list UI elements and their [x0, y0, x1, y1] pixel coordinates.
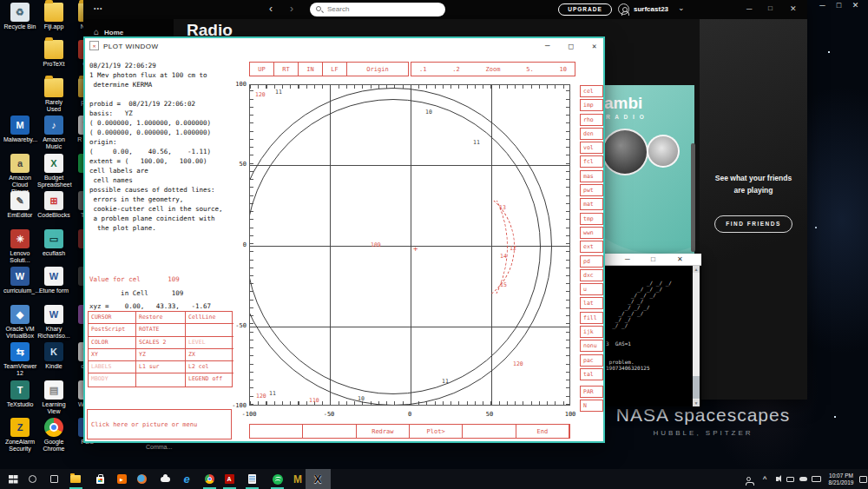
quantity-button[interactable]: mas	[580, 170, 603, 182]
plot-window-titlebar[interactable]: ✕ PLOT WINDOW ─ □ ✕	[85, 38, 603, 54]
scrollbar[interactable]	[691, 143, 695, 252]
quantity-button[interactable]: tmp	[580, 213, 603, 225]
desktop-icon[interactable]: ✳ Lenovo Soluti...	[3, 229, 36, 264]
click-hint-box[interactable]: Click here or picture or menu	[87, 409, 232, 439]
desktop-icon[interactable]: ⊞ CodeBlocks	[37, 191, 70, 219]
cloud-app-button[interactable]	[155, 469, 175, 489]
zoom-button[interactable]: 5.	[526, 66, 533, 73]
quantity-button[interactable]: den	[580, 128, 603, 140]
desktop-icon[interactable]: ▭ ecuflash	[37, 229, 70, 257]
desktop-icon[interactable]: W Khary Richardso...	[37, 305, 70, 340]
plot-command-button[interactable]	[136, 373, 186, 386]
scroll-up-icon[interactable]: ▲	[693, 266, 700, 273]
plot-command-button[interactable]: MBODY	[89, 373, 136, 386]
edge-button[interactable]: e	[176, 469, 197, 489]
par-button[interactable]: PAR	[580, 386, 603, 398]
close-icon[interactable]: ✕	[677, 255, 683, 263]
desktop-icon[interactable]: Rarely Used	[37, 78, 70, 113]
zoom-button[interactable]: Zoom	[486, 66, 501, 73]
minimize-icon[interactable]: ─	[814, 1, 831, 10]
desktop-icon[interactable]: ♻ Recycle Bin	[3, 3, 36, 30]
plot-command-button[interactable]: LABELS	[89, 361, 136, 373]
start-button[interactable]	[3, 469, 23, 489]
desktop-icon[interactable]: ✎ EmEditor	[3, 191, 36, 219]
x11-button[interactable]: X	[307, 469, 328, 489]
desktop-icon[interactable]: K Kindle	[37, 342, 70, 370]
desktop-icon[interactable]: M Malwareby...	[3, 116, 36, 143]
network-button[interactable]	[784, 469, 796, 489]
search-pill[interactable]	[310, 3, 445, 17]
store-button[interactable]	[89, 469, 110, 489]
pan-button[interactable]: Origin	[347, 63, 408, 76]
quantity-button[interactable]: ijk	[580, 326, 603, 338]
desktop-icon[interactable]: W Etune form	[37, 267, 70, 294]
quantity-button[interactable]: pwt	[580, 184, 603, 196]
quantity-button[interactable]: wwn	[580, 227, 603, 239]
plot-command-button[interactable]: COLOR	[89, 337, 136, 349]
plot-command-button[interactable]: XY	[89, 349, 136, 361]
scrollbar[interactable]: ▲ ▼	[693, 266, 700, 406]
desktop-icon[interactable]: T TeXstudio	[3, 380, 36, 408]
plot-command-button[interactable]: SCALES 2	[136, 337, 186, 349]
quantity-button[interactable]: ext	[580, 241, 603, 253]
pan-button[interactable]: RT	[274, 63, 299, 76]
quantity-button[interactable]: mat	[580, 198, 603, 210]
footer-button[interactable]	[250, 425, 303, 438]
media-app-button[interactable]: ▶	[111, 469, 132, 489]
minimize-icon[interactable]: ─	[746, 4, 752, 13]
plot-command-button[interactable]: LEGEND off	[186, 373, 233, 386]
pan-button[interactable]: IN	[299, 63, 323, 76]
miktex-button[interactable]: M	[287, 469, 308, 489]
plot-command-button[interactable]: L1 sur	[136, 361, 186, 373]
onedrive-button[interactable]	[797, 469, 809, 489]
touch-keyboard-button[interactable]	[810, 469, 823, 489]
maximize-icon[interactable]: □	[831, 1, 847, 10]
footer-button[interactable]: Plot>	[410, 425, 463, 438]
quantity-button[interactable]: tal	[580, 368, 603, 380]
sidebar-item-home[interactable]: ⌂Home	[94, 27, 123, 36]
pan-button[interactable]: LF	[323, 63, 347, 76]
hidden-icons-button[interactable]: ^	[759, 469, 771, 489]
quantity-button[interactable]: cel	[580, 85, 603, 97]
pan-button[interactable]: UP	[250, 63, 274, 76]
quantity-button[interactable]: u	[580, 283, 603, 295]
geometry-plot-area[interactable]: 12011101110913121415120111201111010 +	[249, 84, 570, 406]
zoom-button[interactable]: 10	[560, 66, 567, 73]
desktop-icon[interactable]: ▤ Learning View	[37, 380, 70, 415]
search-input[interactable]	[327, 3, 438, 15]
scroll-down-icon[interactable]: ▼	[693, 400, 700, 406]
desktop-icon[interactable]: Z ZoneAlarm Security	[3, 418, 36, 453]
plot-command-button[interactable]: YZ	[136, 349, 186, 361]
close-icon[interactable]: ✕	[790, 4, 797, 13]
minimize-icon[interactable]: ─	[545, 42, 549, 50]
upgrade-button[interactable]: UPGRADE	[558, 3, 612, 16]
footer-button[interactable]	[303, 425, 356, 438]
plot-command-button[interactable]: L2 cel	[186, 361, 233, 373]
desktop-icon[interactable]: ProTeXt	[37, 40, 70, 68]
desktop-icon[interactable]: X Budget Spreadsheet	[37, 154, 70, 188]
plot-command-button[interactable]: ROTATE	[136, 324, 186, 336]
username[interactable]: surfcast23	[634, 5, 668, 13]
minimize-icon[interactable]: ─	[625, 255, 630, 263]
plot-command-button[interactable]: LEVEL	[186, 337, 233, 349]
avatar[interactable]	[618, 3, 629, 15]
back-arrow-icon[interactable]: ‹	[269, 3, 273, 15]
quantity-button[interactable]: pac	[580, 354, 603, 367]
quantity-button[interactable]: nonu	[580, 340, 603, 352]
maximize-icon[interactable]: □	[569, 42, 573, 50]
action-center-button[interactable]	[858, 469, 868, 489]
close-icon[interactable]: ✕	[847, 1, 864, 10]
find-friends-button[interactable]: FIND FRIENDS	[714, 215, 792, 233]
quantity-button[interactable]: rho	[580, 114, 603, 126]
zoom-button[interactable]: .2	[452, 66, 459, 73]
plot-command-button[interactable]: Restore	[136, 312, 186, 324]
menu-dots-icon[interactable]: •••	[94, 5, 102, 11]
volume-button[interactable]	[771, 469, 783, 489]
desktop-icon[interactable]: Fiji.app	[37, 3, 70, 30]
desktop-icon-label-peek[interactable]: Comma...	[146, 444, 172, 450]
quantity-button[interactable]: fill	[580, 312, 603, 324]
plot-command-button[interactable]: CURSOR	[89, 312, 136, 324]
quantity-button[interactable]: imp	[580, 99, 603, 111]
zoom-button[interactable]: .1	[419, 66, 426, 73]
close-icon[interactable]: ✕	[592, 42, 596, 50]
